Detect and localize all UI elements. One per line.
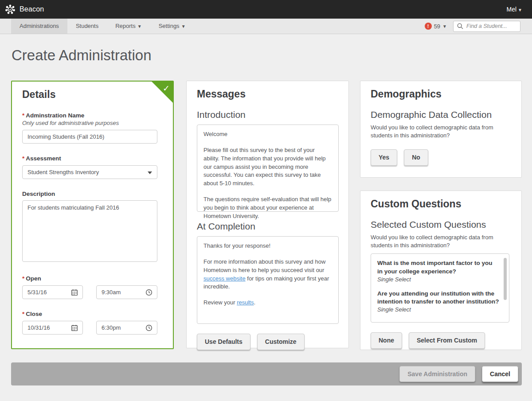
page-title: Create Administration	[12, 47, 151, 64]
scrollbar-thumb[interactable]	[504, 258, 507, 300]
demographics-panel: Demographics Demographic Data Collection…	[360, 81, 522, 178]
intro-paragraph: The questions require self-evaluation th…	[203, 195, 332, 221]
close-date-input[interactable]: 10/31/16	[22, 321, 83, 335]
close-time-value: 6:30pm	[102, 324, 121, 331]
open-label: *Open	[22, 275, 163, 282]
tab-settings[interactable]: Settings▼	[150, 19, 194, 34]
custom-question-item: Are you attending our institution with t…	[377, 290, 499, 314]
custom-questions-title: Custom Questions	[371, 198, 512, 210]
customize-button[interactable]: Customize	[257, 334, 305, 350]
introduction-heading: Introduction	[197, 109, 339, 120]
demographics-no-button[interactable]: No	[404, 149, 428, 166]
secondary-nav: Administrations Students Reports▼ Settin…	[0, 19, 532, 34]
nav-right-controls: ! 59 ▼	[425, 19, 520, 34]
chevron-down-icon: ▼	[442, 24, 447, 29]
top-navbar: Beacon Mel▼	[0, 0, 532, 19]
nav-tabs: Administrations Students Reports▼ Settin…	[11, 19, 194, 34]
administration-name-input[interactable]	[22, 130, 157, 144]
details-title: Details	[22, 89, 163, 101]
intro-paragraph: Please fill out this survey to the best …	[203, 146, 332, 188]
custom-questions-list[interactable]: What is the most important factor to you…	[371, 253, 509, 323]
description-label: Description	[22, 191, 163, 197]
completed-corner-flag	[151, 81, 173, 103]
alert-icon: !	[425, 23, 432, 30]
custom-question-type: Single Select	[377, 276, 499, 284]
custom-question-item: Do you have friends currently attending …	[377, 320, 499, 323]
administration-name-hint: Only used for administrative purposes	[22, 120, 163, 126]
demographics-title: Demographics	[371, 88, 512, 100]
description-textarea[interactable]: For students matriculating Fall 2016	[22, 200, 157, 262]
required-asterisk: *	[22, 112, 24, 119]
completion-paragraph: For more information about this survey a…	[203, 258, 332, 291]
custom-question-text: What is the most important factor to you…	[377, 259, 499, 275]
demographics-question: Would you like to collect demographic da…	[371, 124, 504, 140]
close-date-value: 10/31/16	[27, 324, 50, 331]
close-time-input[interactable]: 6:30pm	[96, 321, 157, 335]
completion-message-box[interactable]: Thanks for your response! For more infor…	[197, 236, 339, 324]
notification-count: 59	[434, 23, 440, 30]
none-button[interactable]: None	[371, 332, 402, 349]
custom-question-text: Are you attending our institution with t…	[377, 290, 499, 306]
required-asterisk: *	[22, 311, 24, 317]
tab-reports[interactable]: Reports▼	[107, 19, 150, 34]
custom-questions-panel: Custom Questions Selected Custom Questio…	[360, 191, 522, 350]
messages-panel: Messages Introduction Welcome Please fil…	[186, 81, 349, 348]
brand-name: Beacon	[20, 5, 44, 13]
required-asterisk: *	[22, 155, 24, 162]
completion-paragraph: Thanks for your response!	[203, 242, 332, 250]
search-input[interactable]	[466, 23, 519, 29]
student-search	[453, 21, 520, 32]
introduction-message-box[interactable]: Welcome Please fill out this survey to t…	[197, 125, 339, 212]
calendar-icon	[71, 289, 78, 296]
demographic-data-collection-heading: Demographic Data Collection	[371, 109, 512, 120]
chevron-down-icon: ▼	[181, 24, 186, 29]
calendar-icon	[71, 324, 78, 331]
success-website-link[interactable]: success website	[203, 275, 246, 282]
footer-action-bar: Save Administration Cancel	[11, 362, 522, 385]
required-asterisk: *	[22, 275, 24, 282]
user-menu[interactable]: Mel▼	[507, 6, 522, 13]
select-from-custom-button[interactable]: Select From Custom	[409, 332, 485, 349]
cancel-button[interactable]: Cancel	[482, 366, 518, 382]
clock-icon	[145, 324, 153, 331]
assessment-label: *Assessment	[22, 155, 163, 162]
open-time-input[interactable]: 9:30am	[96, 285, 157, 299]
assessment-select[interactable]: Student Strengths Inventory	[22, 165, 157, 179]
chevron-down-icon: ▼	[137, 24, 142, 29]
save-administration-button[interactable]: Save Administration	[399, 366, 475, 382]
assessment-selected-value: Student Strengths Inventory	[27, 169, 99, 175]
chevron-down-icon	[148, 171, 152, 174]
user-name: Mel	[507, 6, 517, 13]
custom-questions-question: Would you like to collect demographic da…	[371, 234, 504, 249]
check-icon: ✓	[163, 83, 170, 93]
tab-administrations[interactable]: Administrations	[11, 19, 67, 34]
notifications-dropdown[interactable]: ! 59 ▼	[425, 23, 447, 30]
use-defaults-button[interactable]: Use Defaults	[197, 334, 250, 350]
messages-title: Messages	[197, 88, 339, 100]
administration-name-label: *Adminstration Name	[22, 112, 163, 119]
brand[interactable]: Beacon	[4, 4, 44, 15]
open-date-value: 5/31/16	[27, 289, 47, 296]
tab-students[interactable]: Students	[67, 19, 107, 34]
intro-paragraph: Welcome	[203, 130, 332, 139]
create-administration-page: Beacon Mel▼ Administrations Students Rep…	[0, 0, 532, 401]
open-time-value: 9:30am	[102, 289, 121, 296]
selected-custom-questions-heading: Selected Custom Questions	[371, 219, 512, 230]
beacon-logo-icon	[4, 4, 16, 15]
custom-question-item: What is the most important factor to you…	[377, 259, 499, 284]
close-label: *Close	[22, 311, 163, 317]
completion-paragraph: Review your results.	[203, 299, 332, 307]
clock-icon	[145, 289, 153, 296]
at-completion-heading: At Completion	[197, 221, 339, 232]
demographics-yes-button[interactable]: Yes	[371, 149, 397, 166]
results-link[interactable]: results	[237, 299, 254, 306]
search-icon	[457, 23, 463, 29]
details-panel: ✓ Details *Adminstration Name Only used …	[11, 81, 174, 349]
chevron-down-icon: ▼	[518, 8, 522, 12]
custom-question-type: Single Select	[377, 306, 499, 314]
open-date-input[interactable]: 5/31/16	[22, 285, 83, 299]
custom-question-text: Do you have friends currently attending …	[377, 320, 499, 323]
